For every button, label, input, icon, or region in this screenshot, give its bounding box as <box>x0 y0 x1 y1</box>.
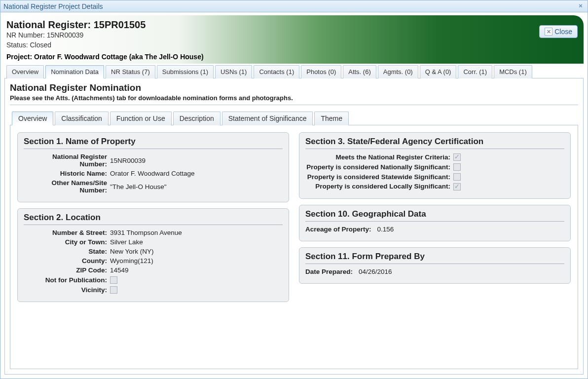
tab-contacts[interactable]: Contacts (1) <box>254 65 299 78</box>
window-title: National Register Project Details <box>3 2 577 10</box>
kv-not-for-pub: Not for Publication: <box>24 276 283 284</box>
subtab-description[interactable]: Description <box>173 112 220 125</box>
section-1: Section 1. Name of Property National Reg… <box>17 132 289 202</box>
tab-nomination-data[interactable]: Nomination Data <box>45 65 104 78</box>
value-nrn: 15NR00039 <box>110 157 283 164</box>
subtab-overview[interactable]: Overview <box>12 112 53 125</box>
value-acreage: 0.156 <box>374 226 564 233</box>
label-nationally: Property is considered Nationally Signif… <box>305 163 453 171</box>
window-body: National Register: 15PR01505 NR Number: … <box>0 12 588 379</box>
tab-photos[interactable]: Photos (0) <box>301 65 341 78</box>
kv-date-prepared: Date Prepared: 04/26/2016 <box>305 268 564 275</box>
checkbox-vicinity[interactable] <box>110 286 117 294</box>
label-acreage: Acreage of Property: <box>305 226 374 233</box>
value-historic-name: Orator F. Woodward Cottage <box>110 170 283 177</box>
label-street: Number & Street: <box>24 229 110 236</box>
page-title: National Register: 15PR01505 <box>6 19 582 31</box>
section-2: Section 2. Location Number & Street: 393… <box>17 208 289 302</box>
tab-usns[interactable]: USNs (1) <box>215 65 252 78</box>
kv-street: Number & Street: 3931 Thompson Avenue <box>24 229 283 236</box>
section-1-title: Section 1. Name of Property <box>24 137 283 149</box>
subtab-significance[interactable]: Statement of Significance <box>222 112 313 125</box>
label-statewide: Property is considered Statewide Signifi… <box>305 173 453 181</box>
tab-atts[interactable]: Atts. (6) <box>343 65 376 78</box>
value-zip: 14549 <box>110 266 283 274</box>
label-criteria: Meets the National Register Criteria: <box>305 153 453 161</box>
value-date-prepared: 04/26/2016 <box>356 268 564 275</box>
tab-corr[interactable]: Corr. (1) <box>458 65 492 78</box>
window-close-icon[interactable]: × <box>577 2 585 10</box>
header-band: National Register: 15PR01505 NR Number: … <box>4 15 584 64</box>
section-10: Section 10. Geographical Data Acreage of… <box>299 205 571 241</box>
kv-nationally: Property is considered Nationally Signif… <box>305 163 564 171</box>
tab-overview[interactable]: Overview <box>6 65 44 78</box>
nomination-title: National Register Nomination <box>10 82 578 93</box>
label-other-names: Other Names/Site Number: <box>24 179 110 194</box>
kv-zip: ZIP Code: 14549 <box>24 266 283 274</box>
label-not-for-pub: Not for Publication: <box>24 276 110 284</box>
section-10-title: Section 10. Geographical Data <box>305 209 564 222</box>
value-city: Silver Lake <box>110 238 283 246</box>
tab-qa[interactable]: Q & A (0) <box>420 65 457 78</box>
checkbox-criteria[interactable] <box>453 153 461 161</box>
project-line: Project: Orator F. Woodward Cottage (aka… <box>6 53 582 61</box>
subtab-function[interactable]: Function or Use <box>110 112 172 125</box>
sub-tab-panel: Section 1. Name of Property National Reg… <box>10 125 578 369</box>
label-state: State: <box>24 248 110 255</box>
tab-nr-status[interactable]: NR Status (7) <box>106 65 155 78</box>
label-county: County: <box>24 257 110 265</box>
label-vicinity: Vicinity: <box>24 286 110 294</box>
tab-agmts[interactable]: Agmts. (0) <box>378 65 418 78</box>
kv-locally: Property is considered Locally Significa… <box>305 183 564 190</box>
section-3-title: Section 3. State/Federal Agency Certific… <box>305 137 564 149</box>
section-3: Section 3. State/Federal Agency Certific… <box>299 132 571 199</box>
kv-historic-name: Historic Name: Orator F. Woodward Cottag… <box>24 170 283 177</box>
tab-submissions[interactable]: Submissions (1) <box>157 65 214 78</box>
section-2-title: Section 2. Location <box>24 213 283 225</box>
subtab-theme[interactable]: Theme <box>314 112 349 125</box>
label-locally: Property is considered Locally Significa… <box>305 183 453 190</box>
label-date-prepared: Date Prepared: <box>305 268 356 275</box>
label-city: City or Town: <box>24 238 110 246</box>
subtab-classification[interactable]: Classification <box>55 112 108 125</box>
nomination-note: Please see the Atts. (Attachments) tab f… <box>10 94 578 102</box>
kv-statewide: Property is considered Statewide Signifi… <box>305 173 564 181</box>
label-zip: ZIP Code: <box>24 266 110 274</box>
section-11: Section 11. Form Prepared By Date Prepar… <box>299 247 571 284</box>
close-button-label: Close <box>554 28 572 36</box>
titlebar: National Register Project Details × <box>0 0 588 12</box>
label-nrn: National Register Number: <box>24 153 110 168</box>
kv-criteria: Meets the National Register Criteria: <box>305 153 564 161</box>
close-button[interactable]: ✕ Close <box>539 25 578 38</box>
kv-acreage: Acreage of Property: 0.156 <box>305 226 564 233</box>
checkbox-nationally[interactable] <box>453 163 461 171</box>
kv-state: State: New York (NY) <box>24 248 283 255</box>
kv-vicinity: Vicinity: <box>24 286 283 294</box>
kv-other-names: Other Names/Site Number: "The Jell-O Hou… <box>24 179 283 194</box>
section-11-title: Section 11. Form Prepared By <box>305 252 564 264</box>
kv-nrn: National Register Number: 15NR00039 <box>24 153 283 168</box>
main-tab-panel: National Register Nomination Please see … <box>4 78 584 375</box>
app-window: National Register Project Details × Nati… <box>0 0 588 379</box>
value-state: New York (NY) <box>110 248 283 255</box>
right-column: Section 3. State/Federal Agency Certific… <box>299 132 571 362</box>
value-county: Wyoming(121) <box>110 257 283 265</box>
close-icon: ✕ <box>545 28 552 36</box>
status-line: Status: Closed <box>6 40 582 50</box>
left-column: Section 1. Name of Property National Reg… <box>17 132 289 362</box>
tab-mcds[interactable]: MCDs (1) <box>494 65 532 78</box>
label-historic-name: Historic Name: <box>24 170 110 177</box>
value-street: 3931 Thompson Avenue <box>110 229 283 236</box>
kv-county: County: Wyoming(121) <box>24 257 283 265</box>
checkbox-statewide[interactable] <box>453 173 461 181</box>
kv-city: City or Town: Silver Lake <box>24 238 283 246</box>
sub-tab-strip: Overview Classification Function or Use … <box>10 111 578 125</box>
value-other-names: "The Jell-O House" <box>110 183 283 190</box>
nr-number-line: NR Number: 15NR00039 <box>6 31 582 40</box>
checkbox-locally[interactable] <box>453 183 461 190</box>
checkbox-not-for-pub[interactable] <box>110 276 117 284</box>
nomination-heading: National Register Nomination Please see … <box>10 82 578 105</box>
main-tab-strip: Overview Nomination Data NR Status (7) S… <box>4 65 584 78</box>
